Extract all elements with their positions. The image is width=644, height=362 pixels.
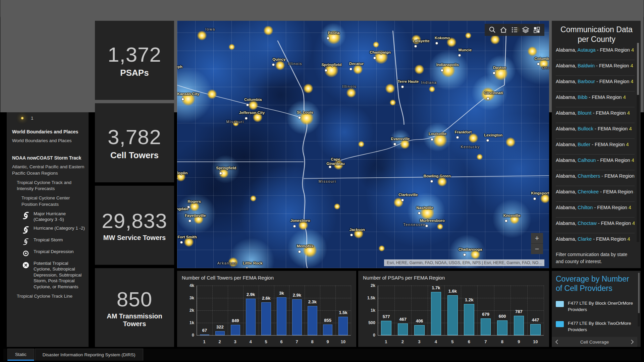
city-label: Indianapolis [436, 63, 459, 67]
stat-label: PSAPs [120, 68, 149, 78]
county-list-item[interactable]: Alabama, Cherokee - FEMA Region 4 [556, 186, 635, 202]
county-scrollbar[interactable] [637, 43, 639, 242]
county-row-text: - FEMA Region [590, 142, 626, 147]
bar-column: 855 [320, 286, 335, 335]
county-row-text: 4 [630, 63, 633, 68]
county-list-item[interactable]: Alabama, Bibb - FEMA Region 4 [556, 92, 635, 107]
city-marker-dot [181, 98, 184, 101]
state-label: Ohio [542, 66, 549, 70]
scrollbar-thumb[interactable] [637, 43, 639, 95]
stat-label: Cell Towers [110, 150, 159, 161]
x-axis-tick: 5 [444, 339, 461, 344]
bar-value-label: 3k [279, 291, 284, 296]
bar[interactable] [530, 324, 541, 335]
bars-container: 5774674061.7k1.6k1.2k679600787447 [378, 286, 544, 335]
county-list-item[interactable]: Alabama, Barbour - FEMA Region 4 [556, 76, 635, 92]
bar[interactable] [231, 325, 240, 335]
city-label: Jackson [350, 228, 365, 232]
basemap-icon[interactable] [533, 26, 541, 34]
county-list-item[interactable]: Alabama, Chilton - FEMA Region 4 [556, 202, 635, 218]
y-axis-tick: 4k [190, 283, 194, 288]
city-label: Fort Smith [177, 235, 197, 239]
y-axis-tick: 1k [371, 308, 375, 313]
gridline [544, 286, 544, 335]
bar[interactable] [431, 292, 441, 335]
bar-column: 1.7k [428, 286, 444, 335]
county-list-item[interactable]: Alabama, Baldwin - FEMA Region 4 [556, 60, 635, 76]
tab-disaster-information-reporting-system-dirs[interactable]: Disaster Information Reporting System (D… [35, 349, 143, 361]
county-row-text: - FEMA Region [587, 95, 623, 100]
home-icon[interactable] [499, 26, 507, 34]
zoom-in-button[interactable]: + [531, 233, 543, 243]
city-label: Cincinnati [484, 91, 503, 95]
city-marker-dot [246, 103, 249, 106]
county-list-item[interactable]: Alabama, Chambers - FEMA Region 4 [556, 170, 635, 186]
bar[interactable] [277, 297, 286, 335]
bar[interactable] [497, 320, 507, 335]
bar[interactable] [215, 331, 225, 335]
previous-page-button[interactable] [552, 337, 562, 347]
bar[interactable] [414, 325, 425, 335]
city-marker-dot [219, 172, 222, 175]
y-axis-tick: 0 [192, 333, 194, 338]
city-label: Springfield [216, 166, 236, 170]
next-page-button[interactable] [627, 337, 637, 347]
bar[interactable] [200, 335, 209, 335]
footer-tabs: StaticDisaster Information Reporting Sys… [3, 349, 641, 361]
chart-x-axis: 12345678910 [197, 339, 351, 344]
city-label: Columbus [534, 57, 549, 61]
county-list-item[interactable]: Alabama, Bullock - FEMA Region 4 [556, 123, 635, 139]
map-canvas[interactable]: IowaPeoriaKokomoLafayetteMuncieChampaign… [177, 21, 549, 268]
county-row-text: Alabama, [556, 126, 578, 131]
state-label: Iowa [205, 27, 215, 31]
y-axis-tick: 1.5k [367, 296, 375, 300]
bar-value-label: 787 [515, 309, 523, 314]
city-label: Murfreesboro [420, 219, 445, 223]
bar[interactable] [323, 324, 332, 335]
city-label: Fayetteville [185, 214, 206, 218]
bar[interactable] [514, 316, 524, 335]
county-panel-title: Communication Data per County [556, 25, 637, 44]
bar[interactable] [381, 321, 391, 335]
bar[interactable] [464, 304, 474, 335]
county-list-item[interactable]: Alabama, Butler - FEMA Region 4 [556, 139, 635, 155]
county-row-text: Autauga [578, 47, 596, 53]
city-marker-dot [487, 97, 490, 100]
search-icon[interactable] [488, 26, 496, 34]
bar[interactable] [261, 302, 271, 335]
scrollbar-thumb[interactable] [638, 273, 640, 313]
county-list-item[interactable]: Alabama, Calhoun - FEMA Region 4 [556, 155, 635, 170]
city-label: Frankfort [455, 130, 472, 134]
x-axis-tick: 1 [197, 339, 212, 344]
tower-glow-icon [21, 117, 24, 120]
city-label: Memphis [297, 244, 314, 248]
coverage-legend-item[interactable]: F477 LTE By Block TwoOrMore Providers [556, 320, 637, 333]
bar[interactable] [447, 295, 458, 335]
coverage-scrollbar[interactable] [638, 273, 640, 326]
county-list-item[interactable]: Alabama, Clarke - FEMA Region 4 [556, 233, 635, 242]
bar[interactable] [398, 323, 408, 335]
county-list-item[interactable]: Alabama, Autauga - FEMA Region 4 [556, 44, 635, 60]
legend-icon[interactable] [511, 26, 519, 34]
bar[interactable] [481, 318, 491, 335]
cell-tower-dot [429, 86, 435, 92]
layers-icon[interactable] [522, 26, 530, 34]
gridline [351, 286, 351, 335]
tropical-storm-icon [21, 237, 30, 246]
cell-tower-dot [385, 84, 395, 93]
tab-static[interactable]: Static [7, 349, 34, 361]
coverage-legend-item[interactable]: F477 LTE By Block OnerOrMore Providers [556, 300, 637, 313]
county-row-text: 4 [631, 47, 634, 53]
county-list-item[interactable]: Alabama, Choctaw - FEMA Region 4 [556, 218, 635, 233]
bar[interactable] [308, 306, 317, 335]
city-label: Dayton [493, 66, 506, 70]
city-label: Lafayette [413, 39, 430, 43]
chart-plot-area: 05001k1.5k2k5774674061.7k1.6k1.2k6796007… [378, 286, 544, 336]
county-list-item[interactable]: Alabama, Blount - FEMA Region 4 [556, 107, 635, 123]
bar[interactable] [292, 299, 302, 335]
county-row-text: Alabama, [556, 158, 578, 163]
bar[interactable] [246, 299, 255, 335]
city-label: St. Louis [297, 110, 313, 114]
zoom-out-button[interactable]: − [531, 243, 543, 254]
bar[interactable] [338, 317, 348, 336]
